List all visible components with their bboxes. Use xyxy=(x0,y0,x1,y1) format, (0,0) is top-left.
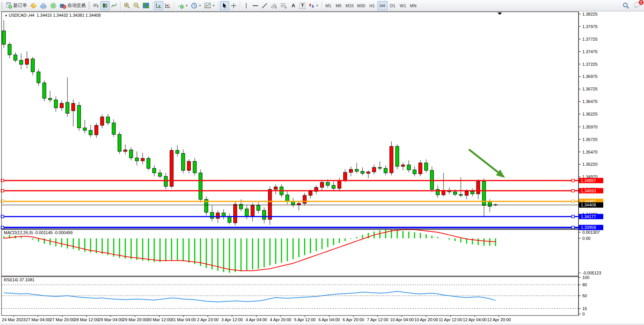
time-axis-label: 28 Mar 12:00 xyxy=(74,317,99,322)
timeframe-h1-button[interactable]: H1 xyxy=(367,1,377,10)
dropdown-arrow-icon: ▼ xyxy=(212,4,215,7)
price-tick-label: 1.37725 xyxy=(582,37,598,41)
candle-body xyxy=(60,103,64,108)
macd-axis-label: 0.001307 xyxy=(582,230,600,235)
candle-body xyxy=(112,123,115,134)
candle-body xyxy=(343,172,347,180)
signals-button[interactable] xyxy=(48,1,58,10)
price-label-text: 1.34408 xyxy=(581,203,596,207)
new-order-button[interactable]: 新订单 xyxy=(4,1,29,10)
candle-body xyxy=(384,168,387,173)
price-tick-label: 1.36975 xyxy=(582,74,598,79)
candle-body xyxy=(285,195,289,201)
price-axis[interactable]: 1.382251.379751.377251.374751.372251.369… xyxy=(579,11,644,323)
vertical-line-tool-button[interactable] xyxy=(242,1,251,10)
candle-body xyxy=(19,60,23,65)
trading-platform-window: { "toolbar": { "new_order_label": "新订单",… xyxy=(0,0,644,325)
line-handle-right[interactable] xyxy=(572,189,574,192)
templates-button[interactable]: ▼ xyxy=(203,1,217,10)
chart-window[interactable]: 1.382251.379751.377251.374751.372251.369… xyxy=(0,11,644,325)
candle-body xyxy=(361,171,364,173)
trendline-tool-button[interactable] xyxy=(260,1,269,10)
indicators-button[interactable]: ▼ xyxy=(176,1,190,10)
candle-body xyxy=(367,172,370,173)
candle-body xyxy=(355,170,359,171)
macd-axis-label: 0.00 xyxy=(582,236,590,241)
candle-body xyxy=(349,170,353,173)
candle-body xyxy=(199,173,202,200)
candle-body xyxy=(332,185,335,189)
candle-body xyxy=(401,165,405,166)
clock-icon xyxy=(191,3,197,9)
timeframe-w1-button[interactable]: W1 xyxy=(398,1,408,10)
horizontal-line-tool-button[interactable] xyxy=(251,1,260,10)
rsi-axis-label: 100 xyxy=(582,275,589,280)
price-tick-label: 1.36475 xyxy=(582,99,598,104)
auto-trading-button[interactable]: 自动交易 xyxy=(58,1,87,10)
equidistant-channel-tool-button[interactable]: E xyxy=(269,1,279,10)
line-chart-mode-button[interactable] xyxy=(110,1,119,10)
time-axis-label: 24 Mar 2023 xyxy=(2,317,26,322)
price-tick-label: 1.35220 xyxy=(582,162,598,166)
search-icon[interactable] xyxy=(623,2,630,9)
auto-scroll-button[interactable] xyxy=(154,1,163,10)
window-bottom-strip xyxy=(0,323,644,325)
tile-windows-button[interactable] xyxy=(141,1,151,10)
data-window-button[interactable] xyxy=(38,1,48,10)
timeframe-m15-button[interactable]: M15 xyxy=(344,1,355,10)
fibonacci-tool-button[interactable]: F xyxy=(279,1,289,10)
chart-shift-icon xyxy=(165,3,171,9)
notifications-button[interactable]: 1 xyxy=(633,2,641,10)
line-handle-right[interactable] xyxy=(572,200,574,203)
candle-body xyxy=(309,191,312,195)
template-icon xyxy=(204,3,211,8)
timeframe-m5-button[interactable]: M5 xyxy=(334,1,344,10)
candle-body xyxy=(66,102,69,113)
candle-body xyxy=(274,187,277,190)
bar-chart-mode-button[interactable] xyxy=(91,1,100,10)
zoom-in-icon xyxy=(124,2,130,9)
periods-button[interactable]: ▼ xyxy=(190,1,203,10)
cursor-tool-button[interactable] xyxy=(220,1,229,10)
zoom-in-button[interactable] xyxy=(122,1,132,10)
current-price-line-price-label: 1.34408 xyxy=(579,202,603,208)
candle-body xyxy=(2,31,6,44)
line-handle-right[interactable] xyxy=(572,215,574,218)
svg-text:E: E xyxy=(275,6,277,9)
chart-symbol-timeframe: USDCAD-,H4 xyxy=(9,13,34,17)
line-handle-right[interactable] xyxy=(572,226,574,229)
timeframe-h4-button[interactable]: H4 xyxy=(378,1,387,10)
horizontal-line-icon xyxy=(252,3,258,8)
chart-shift-button[interactable] xyxy=(163,1,172,10)
price-tick-label: 1.37975 xyxy=(582,24,598,29)
candle-body xyxy=(187,162,191,171)
resistance-line-2-price-label: 1.34693 xyxy=(579,188,603,193)
resistance-line-1-price-label: 1.34897 xyxy=(579,178,603,183)
candle-body xyxy=(297,203,301,205)
line-chart-icon xyxy=(111,3,117,9)
candlestick-mode-button[interactable] xyxy=(100,1,110,10)
text-label-tool-button[interactable]: T xyxy=(298,1,307,10)
candle-body xyxy=(106,117,110,123)
time-axis-label: 27 Mar 20:00 xyxy=(50,317,75,322)
candle-body xyxy=(100,117,104,125)
rsi-axis-label: 50 xyxy=(582,293,587,298)
arrows-tool-button[interactable]: ▼ xyxy=(307,1,320,10)
text-tool-button[interactable]: A xyxy=(289,1,298,10)
dropdown-arrow-icon: ▼ xyxy=(185,4,188,7)
candle-body xyxy=(407,165,411,170)
candle-body xyxy=(326,182,330,185)
timeframe-d1-button[interactable]: D1 xyxy=(388,1,398,10)
timeframe-m30-button[interactable]: M30 xyxy=(355,1,367,10)
time-axis-label: 31 Mar 04:00 xyxy=(171,317,196,322)
candle-body xyxy=(124,150,127,151)
zoom-out-button[interactable] xyxy=(132,1,141,10)
market-watch-button[interactable] xyxy=(29,1,38,10)
timeframe-mn-button[interactable]: MN xyxy=(408,1,418,10)
crosshair-tool-button[interactable] xyxy=(229,1,238,10)
candle-body xyxy=(193,162,196,173)
line-handle-right[interactable] xyxy=(572,179,574,182)
chart-collapse-icon[interactable]: ▼ xyxy=(5,14,8,17)
timeframe-m1-button[interactable]: M1 xyxy=(324,1,333,10)
candle-body xyxy=(395,146,399,166)
